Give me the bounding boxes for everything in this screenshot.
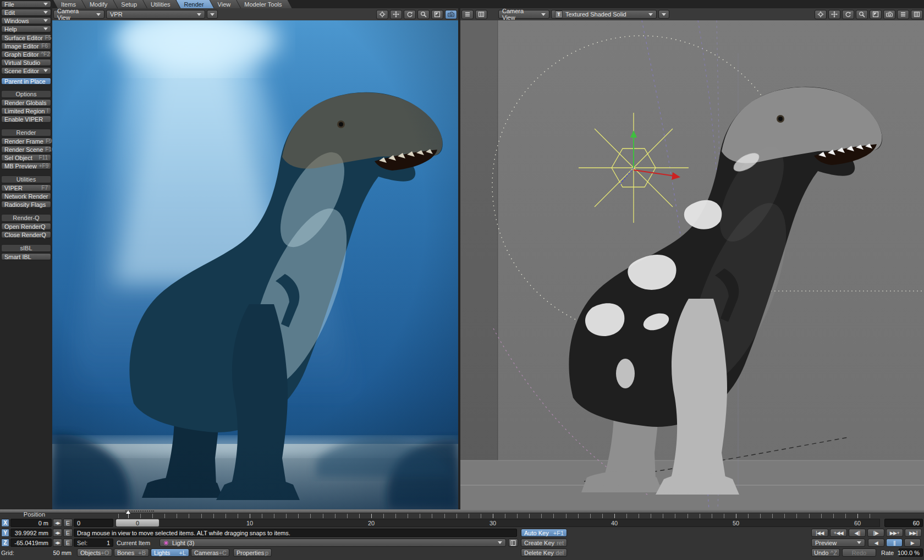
lights-mode-button[interactable]: Lights+L — [151, 548, 189, 557]
textured-badge-icon: T — [555, 10, 563, 18]
render-scene-button[interactable]: Render SceneF10 — [1, 146, 51, 153]
left-sidebar: File Edit Windows Help Surface EditorF5 … — [0, 0, 52, 560]
preset-icon[interactable] — [475, 10, 487, 19]
limited-region-button[interactable]: Limited Regionl — [1, 107, 51, 114]
enable-viper-button[interactable]: Enable VIPER — [1, 116, 51, 123]
z-envelope-button[interactable]: E — [63, 539, 73, 547]
left-view-type-dropdown[interactable]: Camera View — [53, 10, 105, 19]
create-key-button[interactable]: Create Keyret — [521, 539, 567, 547]
properties-button[interactable]: Propertiesp — [233, 548, 272, 557]
end-frame-field[interactable]: 60 — [884, 519, 923, 527]
y-axis-toggle[interactable]: Y — [1, 529, 9, 537]
rotate-view-button[interactable] — [842, 10, 854, 19]
current-item-dropdown[interactable]: Light (3) — [160, 539, 506, 547]
right-render-mode-dropdown[interactable]: TTextured Shaded Solid — [551, 10, 657, 19]
menu-windows[interactable]: Windows — [1, 17, 51, 24]
x-envelope-button[interactable]: E — [63, 519, 73, 527]
chevron-down-icon — [43, 19, 48, 22]
smart-ibl-button[interactable]: Smart IBL — [1, 253, 51, 260]
surface-editor-button[interactable]: Surface EditorF5 — [1, 34, 51, 41]
virtual-studio-button[interactable]: Virtual Studio — [1, 59, 51, 66]
center-item-button[interactable] — [376, 10, 388, 19]
left-render-mode-dropdown[interactable]: VPR — [106, 10, 205, 19]
x-axis-toggle[interactable]: X — [1, 519, 9, 527]
pan-view-button[interactable] — [828, 10, 840, 19]
right-view-type-dropdown[interactable]: Camera View — [498, 10, 549, 19]
chevron-down-icon — [662, 13, 666, 16]
z-position-field[interactable]: -65.0419mm — [10, 539, 52, 547]
render-globals-button[interactable]: Render Globals — [1, 99, 51, 106]
step-forward-button[interactable]: ||▶ — [867, 529, 884, 537]
zoom-view-button[interactable] — [417, 10, 430, 19]
timeline-scrub-handle[interactable]: 0 — [116, 519, 160, 527]
auto-key-button[interactable]: Auto Key+F1 — [521, 529, 567, 537]
opengl-canvas[interactable] — [460, 20, 924, 509]
menu-edit[interactable]: Edit — [1, 9, 51, 16]
play-reverse-button[interactable]: ◀ — [868, 539, 884, 547]
x-spinner[interactable]: ◀▶ — [53, 519, 62, 527]
tab-view[interactable]: View — [210, 0, 241, 8]
objects-mode-button[interactable]: Objects+O — [77, 548, 112, 557]
graph-editor-button[interactable]: Graph Editor^F2 — [1, 51, 51, 58]
preset-icon[interactable] — [911, 10, 923, 19]
viper-button[interactable]: VIPERF7 — [1, 184, 51, 191]
tab-setup[interactable]: Setup — [113, 0, 147, 8]
parent-in-place-button[interactable]: Parent in Place — [1, 78, 51, 85]
mb-preview-button[interactable]: MB Preview+F9 — [1, 162, 51, 169]
scene-editor-button[interactable]: Scene Editor — [1, 67, 51, 74]
redo-button[interactable]: Redo — [842, 548, 876, 557]
tab-render[interactable]: Render — [177, 0, 214, 8]
vpr-render-canvas[interactable] — [52, 20, 458, 509]
network-render-button[interactable]: Network Render — [1, 193, 51, 200]
preview-dropdown[interactable]: Preview — [811, 539, 865, 547]
chevron-down-icon — [648, 13, 653, 16]
list-icon[interactable] — [461, 10, 474, 19]
left-viewport-options-dropdown[interactable] — [207, 10, 218, 19]
render-frame-button[interactable]: Render FrameF9 — [1, 138, 51, 145]
tab-modify[interactable]: Modify — [82, 0, 117, 8]
next-keyframe-button[interactable]: ▶▶+ — [886, 529, 903, 537]
y-spinner[interactable]: ◀▶ — [53, 529, 62, 537]
z-spinner[interactable]: ◀▶ — [53, 539, 62, 547]
timeline-ruler-major-ticks — [116, 514, 879, 518]
selection-count-field[interactable]: Sel:1 — [74, 539, 113, 547]
frame-tick-label: 30 — [482, 519, 504, 527]
menu-help[interactable]: Help — [1, 25, 51, 32]
zoom-view-button[interactable] — [856, 10, 868, 19]
y-position-field[interactable]: 39.9992 mm — [10, 529, 52, 537]
camera-view-button[interactable] — [445, 10, 457, 19]
pan-view-button[interactable] — [390, 10, 402, 19]
prev-keyframe-button[interactable]: +◀◀ — [830, 529, 847, 537]
play-forward-button[interactable]: ▶ — [904, 539, 921, 547]
rate-field[interactable]: 100.0 % — [899, 548, 923, 557]
open-renderq-button[interactable]: Open RenderQ — [1, 223, 51, 230]
tab-items[interactable]: Items — [53, 0, 86, 8]
go-first-frame-button[interactable]: |◀◀ — [811, 529, 828, 537]
radiosity-flags-button[interactable]: Radiosity Flags — [1, 201, 51, 208]
go-last-frame-button[interactable]: ▶▶| — [905, 529, 922, 537]
close-renderq-button[interactable]: Close RenderQ — [1, 231, 51, 238]
sel-object-button[interactable]: Sel ObjectF11 — [1, 154, 51, 161]
item-properties-mini-button[interactable] — [508, 539, 518, 547]
center-item-button[interactable] — [815, 10, 827, 19]
delete-key-button[interactable]: Delete Keydel — [521, 548, 567, 557]
y-envelope-button[interactable]: E — [63, 529, 73, 537]
image-editor-button[interactable]: Image EditorF6 — [1, 42, 51, 50]
list-icon[interactable] — [897, 10, 909, 19]
bones-mode-button[interactable]: Bones+B — [114, 548, 149, 557]
pause-button[interactable]: || — [886, 539, 903, 547]
step-back-button[interactable]: ◀|| — [849, 529, 866, 537]
z-axis-toggle[interactable]: Z — [1, 539, 9, 547]
cameras-mode-button[interactable]: Cameras+C — [191, 548, 229, 557]
maximize-viewport-button[interactable] — [431, 10, 443, 19]
right-viewport-options-dropdown[interactable] — [658, 10, 669, 19]
maximize-viewport-button[interactable] — [870, 10, 882, 19]
menu-file[interactable]: File — [1, 1, 51, 8]
x-position-field[interactable]: 0 m — [10, 519, 52, 527]
tab-utilities[interactable]: Utilities — [143, 0, 180, 8]
camera-view-button[interactable] — [883, 10, 895, 19]
tab-modeler-tools[interactable]: Modeler Tools — [237, 0, 292, 8]
current-frame-field[interactable]: 0 — [74, 519, 113, 527]
rotate-view-button[interactable] — [404, 10, 416, 19]
undo-button[interactable]: Undo^Z — [811, 548, 840, 557]
